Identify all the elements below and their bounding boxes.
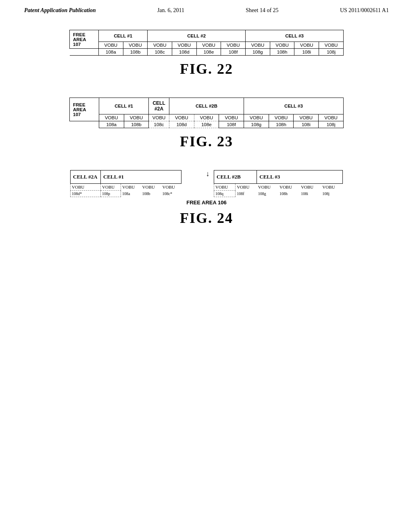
fig23-id-108g: 108g: [244, 121, 269, 128]
vobu-id-108a: 108a: [98, 49, 123, 56]
fig22-vobu-label-row: VOBU VOBU VOBU VOBU VOBU VOBU VOBU VOBU …: [70, 42, 344, 49]
vobu-label-108e-top: VOBU: [196, 42, 221, 49]
fig23-id-108a: 108a: [99, 121, 124, 128]
figure-23-section: FREE AREA107 CELL #1 CELL#2A CELL #2B CE…: [24, 98, 389, 150]
publication-label: Patent Application Publication: [24, 7, 96, 14]
fig24-id-108q: 108q: [214, 191, 236, 197]
fig22-header-row: FREE AREA107 CELL #1 CELL #2 CELL #3: [70, 30, 344, 42]
vobu-label-108h-top: VOBU: [270, 42, 294, 49]
figure-22-section: FREE AREA107 CELL #1 CELL #2 CELL #3 VOB…: [24, 30, 389, 77]
fig23-id-108d: 108d: [169, 121, 194, 128]
fig24-right-vobu-id-row: 108q 108f 108g 108h 108i 108j: [214, 191, 343, 197]
fig22-free-area: FREE AREA107: [70, 30, 99, 49]
vobu-label-108a-top: VOBU: [98, 42, 123, 49]
fig24-vobu-108d-top: VOBU: [71, 184, 101, 191]
fig22-caption: FIG. 22: [24, 60, 389, 77]
fig24-vobu-108f-top: VOBU: [236, 184, 257, 191]
vobu-label-108d-top: VOBU: [172, 42, 197, 49]
fig23-vobu-108f-top: VOBU: [219, 114, 244, 121]
fig24-gap-cell: [181, 170, 202, 184]
fig23-vobu-label-row: VOBU VOBU VOBU VOBU VOBU VOBU VOBU VOBU …: [70, 114, 344, 121]
fig24-id-108p: 108p: [101, 191, 121, 197]
fig24-vobu-108i-top: VOBU: [300, 184, 321, 191]
fig24-cell1-header: CELL #1: [101, 170, 181, 184]
fig23-id-108b: 108b: [124, 121, 149, 128]
fig23-caption: FIG. 23: [24, 133, 389, 150]
fig24-id-108b: 108b: [141, 191, 161, 197]
fig24-vobu-108c-top: VOBU: [161, 184, 181, 191]
vobu-label-108f-top: VOBU: [221, 42, 246, 49]
vobu-label-108g-top: VOBU: [246, 42, 270, 49]
fig23-vobu-108h-top: VOBU: [269, 114, 294, 121]
fig24-caption: FIG. 24: [24, 210, 389, 227]
fig24-vobu-108b-top: VOBU: [141, 184, 161, 191]
patent-number: US 2011/0002611 A1: [340, 7, 389, 14]
fig24-id-108c-star: 108c*: [161, 191, 181, 197]
fig23-vobu-108e-top: VOBU: [194, 114, 219, 121]
fig22-table: FREE AREA107 CELL #1 CELL #2 CELL #3 VOB…: [69, 30, 344, 56]
fig24-down-arrow: ↓: [206, 170, 210, 177]
fig24-id-108f: 108f: [236, 191, 257, 197]
vobu-id-108e: 108e: [196, 49, 221, 56]
sheet-label: Sheet 14 of 25: [246, 7, 278, 14]
vobu-id-108g: 108g: [246, 49, 270, 56]
fig24-id-108d: 108d*: [71, 191, 101, 197]
fig24-cell2a-header: CELL #2A: [71, 170, 101, 184]
main-content: FREE AREA107 CELL #1 CELL #2 CELL #3 VOB…: [0, 18, 413, 259]
fig24-vobu-108j-top: VOBU: [321, 184, 342, 191]
fig23-table: FREE AREA107 CELL #1 CELL#2A CELL #2B CE…: [69, 98, 344, 128]
fig24-vobu-108q-top: VOBU: [214, 184, 236, 191]
vobu-label-108i-top: VOBU: [294, 42, 319, 49]
fig24-gap2: [181, 184, 202, 191]
fig23-vobu-108j-top: VOBU: [319, 114, 344, 121]
vobu-id-108i: 108i: [294, 49, 319, 56]
figure-24-section: CELL #2A CELL #1 VOBU VOBU VOBU VOBU VOB…: [24, 170, 389, 227]
vobu-id-108b: 108b: [123, 49, 148, 56]
fig23-vobu-108b-top: VOBU: [124, 114, 149, 121]
fig24-vobu-108g-top: VOBU: [257, 184, 278, 191]
fig24-left-table: CELL #2A CELL #1 VOBU VOBU VOBU VOBU VOB…: [70, 170, 202, 197]
page-header: Patent Application Publication Jan. 6, 2…: [0, 0, 413, 18]
fig23-id-108c: 108c: [149, 121, 169, 128]
fig23-spacer: [70, 121, 99, 128]
fig24-gap3: [181, 191, 202, 197]
fig24-vobu-108p-top: VOBU: [101, 184, 121, 191]
fig24-right-header-row: CELL #2B CELL #3: [214, 170, 343, 184]
vobu-id-108j: 108j: [319, 49, 344, 56]
fig24-id-108h: 108h: [278, 191, 300, 197]
fig23-id-108i: 108i: [294, 121, 319, 128]
fig23-id-108h: 108h: [269, 121, 294, 128]
fig22-spacer: [70, 49, 99, 56]
fig24-cell2b-header: CELL #2B: [214, 170, 257, 184]
fig24-id-108j: 108j: [321, 191, 342, 197]
fig22-cell2-header: CELL #2: [148, 30, 246, 42]
fig24-id-108g: 108g: [257, 191, 278, 197]
fig23-vobu-108d-top: VOBU: [169, 114, 194, 121]
fig24-arrow-area: ↓: [202, 170, 214, 179]
fig23-id-108j: 108j: [319, 121, 344, 128]
fig23-vobu-108a-top: VOBU: [99, 114, 124, 121]
fig23-cell3-header: CELL #3: [244, 98, 344, 114]
fig24-left-vobu-id-row: 108d* 108p 108a 108b 108c*: [71, 191, 202, 197]
fig23-header-row: FREE AREA107 CELL #1 CELL#2A CELL #2B CE…: [70, 98, 344, 114]
fig24-vobu-108a-top: VOBU: [121, 184, 141, 191]
fig23-cell2a-header: CELL#2A: [149, 98, 169, 114]
fig22-cell1-header: CELL #1: [98, 30, 147, 42]
fig23-cell1-header: CELL #1: [99, 98, 148, 114]
fig23-id-108e: 108e: [194, 121, 219, 128]
vobu-id-108c: 108c: [148, 49, 172, 56]
fig24-cell3-header: CELL #3: [257, 170, 343, 184]
fig24-left-header-row: CELL #2A CELL #1: [71, 170, 202, 184]
vobu-label-108b-top: VOBU: [123, 42, 148, 49]
fig23-id-108f: 108f: [219, 121, 244, 128]
fig24-left-vobu-label-row: VOBU VOBU VOBU VOBU VOBU: [71, 184, 202, 191]
fig24-free-area-label: FREE AREA 106: [24, 200, 389, 206]
fig23-free-area: FREE AREA107: [70, 98, 99, 121]
fig24-right-table: CELL #2B CELL #3 VOBU VOBU VOBU VOBU VOB…: [214, 170, 343, 197]
fig24-right-vobu-label-row: VOBU VOBU VOBU VOBU VOBU VOBU: [214, 184, 343, 191]
fig24-id-108a: 108a: [121, 191, 141, 197]
vobu-id-108h: 108h: [270, 49, 294, 56]
fig23-vobu-id-row: 108a 108b 108c 108d 108e 108f 108g 108h …: [70, 121, 344, 128]
fig22-vobu-id-row: 108a 108b 108c 108d 108e 108f 108g 108h …: [70, 49, 344, 56]
vobu-id-108f: 108f: [221, 49, 246, 56]
